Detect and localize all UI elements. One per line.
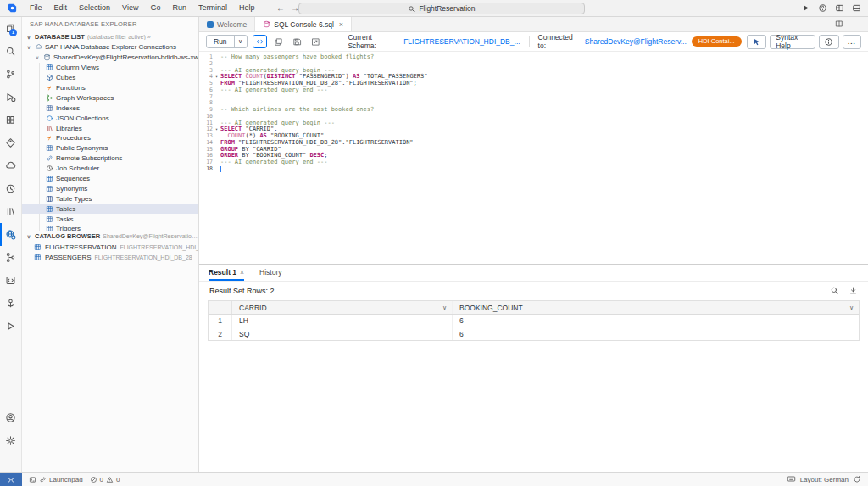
syntax-help-button[interactable]: Syntax Help	[770, 35, 815, 49]
tab-welcome[interactable]: Welcome	[199, 17, 255, 31]
problems-indicator[interactable]: 0 0	[90, 476, 120, 483]
layout-status-item[interactable]: Layout: German	[800, 476, 849, 483]
remote-indicator[interactable]	[0, 473, 22, 486]
refresh-icon[interactable]	[853, 475, 861, 485]
sql-editor[interactable]: 1-- How many passengers have booked flig…	[199, 52, 868, 264]
menu-run[interactable]: Run	[166, 0, 192, 16]
menu-help[interactable]: Help	[233, 0, 261, 16]
tree-item-functions[interactable]: Functions	[22, 83, 198, 93]
fold-icon[interactable]: ▾	[213, 74, 220, 81]
keyboard-icon	[787, 474, 796, 485]
activity-library-icon[interactable]	[0, 200, 21, 223]
tree-item-procedures[interactable]: Procedures	[22, 133, 198, 143]
menu-file[interactable]: File	[24, 0, 48, 16]
question-icon[interactable]	[818, 3, 827, 13]
tree-item-tasks[interactable]: Tasks	[22, 214, 198, 224]
activity-code-review-icon[interactable]	[0, 269, 21, 292]
run-dropdown-chevron-icon[interactable]: ∨	[234, 36, 247, 47]
menu-edit[interactable]: Edit	[48, 0, 74, 16]
menu-selection[interactable]: Selection	[73, 0, 116, 16]
tree-item-synonyms[interactable]: Synonyms	[22, 183, 198, 193]
tree-item-json-collections[interactable]: JSON Collections	[22, 113, 198, 123]
results-tab-history[interactable]: History	[259, 268, 281, 281]
connected-to-value[interactable]: SharedDevKey@FlightReserv...	[585, 37, 687, 46]
tree-item-column-views[interactable]: Column Views	[22, 63, 198, 73]
link-icon	[39, 476, 47, 483]
catalog-item-flightreservation[interactable]: FLIGHTRESERVATIONFLIGHTRESERVATION_HDI_D…	[22, 242, 198, 252]
table-row[interactable]: 2SQ6	[209, 327, 859, 340]
split-editor-icon[interactable]	[835, 20, 843, 30]
close-icon[interactable]: ×	[240, 268, 244, 277]
tree-item-public-synonyms[interactable]: Public Synonyms	[22, 143, 198, 154]
ai-cursor-button[interactable]	[747, 35, 767, 49]
tree-item-triggers[interactable]: Triggers	[22, 224, 198, 231]
activity-cloud-icon[interactable]	[0, 154, 21, 177]
info-button[interactable]	[819, 35, 839, 49]
more-actions-icon[interactable]: ···	[850, 20, 860, 29]
column-header-booking-count[interactable]: BOOKING_COUNT∨	[453, 301, 859, 314]
activity-run-configurations-icon[interactable]	[0, 315, 21, 338]
activity-deployment-icon[interactable]	[0, 292, 21, 315]
menu-view[interactable]: View	[116, 0, 144, 16]
tree-item-label: Remote Subscriptions	[56, 154, 122, 162]
activity-account-icon[interactable]	[0, 406, 21, 429]
job-scheduler-icon	[46, 165, 53, 172]
back-icon[interactable]: ←	[276, 3, 285, 13]
results-tab-result-1[interactable]: Result 1×	[209, 268, 244, 281]
chevron-down-icon: ∨	[25, 34, 32, 40]
tab-sql-console-6-sql[interactable]: SQL Console 6.sql×	[255, 17, 352, 31]
table-row[interactable]: 1LH6	[209, 315, 859, 327]
command-center-search[interactable]: FlightReservation	[298, 3, 585, 14]
sidebar-more-actions-icon[interactable]: ···	[181, 20, 192, 29]
section-catalog-browser[interactable]: ∨ CATALOG BROWSER SharedDevKey@FlightRes…	[22, 231, 198, 242]
run-button-group: Run ∨	[206, 35, 248, 48]
close-icon[interactable]: ×	[339, 20, 343, 29]
export-icon[interactable]	[309, 37, 322, 47]
section-database-list[interactable]: ∨ DATABASE LIST (database filter active)…	[22, 31, 198, 42]
activity-hana-database-explorer-icon[interactable]	[0, 223, 21, 246]
play-icon[interactable]	[801, 3, 810, 13]
column-header-carrid[interactable]: CARRID∨	[232, 301, 453, 314]
search-icon[interactable]	[830, 286, 839, 297]
copy-icon[interactable]	[272, 37, 285, 47]
tree-item-libraries[interactable]: Libraries	[22, 123, 198, 133]
pointer-sparkle-icon	[752, 37, 761, 47]
current-schema-value[interactable]: FLIGHTRESERVATION_HDI_DB_...	[403, 37, 520, 46]
more-actions-button[interactable]: ...	[843, 35, 861, 49]
customize-layout-icon[interactable]	[835, 3, 844, 13]
toggle-panel-icon[interactable]	[852, 3, 861, 13]
launchpad-status-item[interactable]: Launchpad	[29, 476, 83, 483]
activity-project-tree-icon[interactable]	[0, 246, 21, 269]
fold-icon[interactable]: ▾	[213, 126, 220, 133]
tree-item-label: Indexes	[56, 104, 80, 112]
tree-item-graph-workspaces[interactable]: Graph Workspaces	[22, 92, 198, 103]
cubes-icon	[46, 74, 53, 81]
activity-source-control-icon[interactable]	[0, 63, 21, 86]
download-icon[interactable]	[849, 286, 858, 297]
tree-item-label: SAP HANA Database Explorer Connections	[45, 43, 176, 51]
activity-search-icon[interactable]	[0, 40, 21, 63]
chevron-down-icon[interactable]: ∨	[849, 304, 854, 311]
format-code-button[interactable]	[253, 35, 268, 48]
run-button[interactable]: Run	[207, 37, 234, 46]
menu-terminal[interactable]: Terminal	[192, 0, 233, 16]
chevron-down-icon[interactable]: ∨	[442, 304, 447, 311]
tree-item-sequences[interactable]: Sequences	[22, 174, 198, 184]
activity-run-debug-icon[interactable]	[0, 86, 21, 109]
activity-tag-icon[interactable]	[0, 131, 21, 154]
tree-item-tables[interactable]: Tables	[22, 204, 198, 214]
tree-item-remote-subscriptions[interactable]: Remote Subscriptions	[22, 154, 198, 164]
catalog-item-passengers[interactable]: PASSENGERSFLIGHTRESERVATION_HDI_DB_28	[22, 252, 198, 262]
tree-item-indexes[interactable]: Indexes	[22, 103, 198, 113]
tree-item-cubes[interactable]: Cubes	[22, 73, 198, 83]
tree-item-sap-hana-database-explorer-connections[interactable]: ∨SAP HANA Database Explorer Connections	[22, 42, 198, 53]
activity-explorer-icon[interactable]: 1	[0, 17, 21, 40]
save-icon[interactable]	[291, 37, 303, 47]
tree-item-shareddevkey-flightreservation-hdidb-ws-xw5fl[interactable]: ∨SharedDevKey@FlightReservation-hdidb-ws…	[22, 53, 198, 63]
activity-settings-icon[interactable]	[0, 429, 21, 452]
activity-clock-icon[interactable]	[0, 177, 21, 200]
menu-go[interactable]: Go	[144, 0, 166, 16]
activity-extensions-icon[interactable]	[0, 109, 21, 131]
tree-item-job-scheduler[interactable]: Job Scheduler	[22, 164, 198, 174]
tree-item-table-types[interactable]: Table Types	[22, 193, 198, 204]
